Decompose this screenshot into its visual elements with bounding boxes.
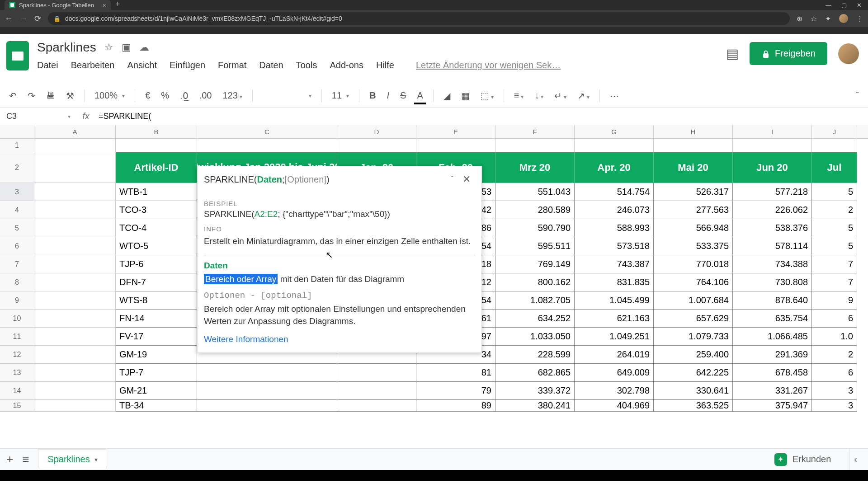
cell[interactable]: 657.629 [654, 310, 733, 328]
zoom-select[interactable]: 100% [92, 89, 127, 103]
cell[interactable]: 578.114 [733, 237, 812, 255]
cell[interactable]: 3 [812, 382, 857, 400]
cell[interactable]: 770.018 [654, 255, 733, 273]
col-header-b[interactable]: B [116, 125, 197, 138]
menu-icon[interactable]: ⋮ [856, 14, 863, 23]
cell[interactable]: 1.033.050 [495, 328, 575, 346]
close-tab-icon[interactable]: × [102, 1, 106, 9]
menu-hilfe[interactable]: Hilfe [376, 60, 394, 70]
cell[interactable]: WTO-5 [116, 237, 197, 255]
cell[interactable] [337, 364, 416, 382]
strikethrough-button[interactable]: S [397, 89, 409, 103]
cell[interactable]: 1.0 [812, 328, 857, 346]
cell[interactable]: 621.163 [575, 310, 654, 328]
cell[interactable]: 246.073 [575, 201, 654, 219]
menu-einfuegen[interactable]: Einfügen [170, 60, 205, 70]
comments-icon[interactable]: ▤ [726, 46, 739, 61]
cell[interactable]: FV-17 [116, 328, 197, 346]
cell[interactable]: 89 [416, 400, 495, 412]
collapse-sidebar-button[interactable]: ‹ [849, 449, 862, 470]
cell-b3[interactable]: WTB-1 [116, 183, 197, 201]
cell[interactable]: 2 [812, 346, 857, 364]
cell-j3[interactable]: 5 [812, 183, 857, 201]
star-icon[interactable]: ☆ [104, 42, 113, 53]
text-color-button[interactable]: A [414, 89, 425, 103]
cell-f3[interactable]: 551.043 [495, 183, 575, 201]
cell[interactable]: 649.009 [575, 364, 654, 382]
popup-more-info-link[interactable]: Weitere Informationen [204, 334, 475, 344]
select-all-corner[interactable] [0, 125, 34, 138]
cell[interactable]: 9 [812, 291, 857, 310]
percent-button[interactable]: % [158, 89, 172, 103]
row-header[interactable]: 3 [0, 183, 34, 201]
cell[interactable]: TB-34 [116, 400, 197, 412]
cell[interactable]: 375.947 [733, 400, 812, 412]
profile-avatar-small[interactable] [839, 14, 848, 23]
font-size-select[interactable]: 11 [329, 89, 352, 103]
row-header[interactable]: 10 [0, 310, 34, 328]
url-field[interactable]: 🔒 docs.google.com/spreadsheets/d/1njlwCa… [48, 12, 790, 25]
cell[interactable]: 6 [812, 364, 857, 382]
last-edit-status[interactable]: Letzte Änderung vor wenigen Sek… [416, 60, 561, 70]
menu-tools[interactable]: Tools [296, 60, 317, 70]
extensions-icon[interactable]: ✦ [825, 14, 831, 23]
cell-i3[interactable]: 577.218 [733, 183, 812, 201]
col-header-f[interactable]: F [495, 125, 575, 138]
cell[interactable]: 5 [812, 219, 857, 237]
cell[interactable]: 339.372 [495, 382, 575, 400]
merge-button[interactable]: ⬚ [478, 89, 496, 103]
cell[interactable]: 5 [812, 237, 857, 255]
row-header[interactable]: 15 [0, 400, 34, 412]
valign-button[interactable]: ↓ [532, 89, 546, 103]
undo-button[interactable]: ↶ [6, 89, 19, 103]
row-header[interactable]: 9 [0, 291, 34, 310]
cell[interactable]: 1.082.705 [495, 291, 575, 310]
menu-addons[interactable]: Add-ons [330, 60, 363, 70]
cell[interactable]: GM-21 [116, 382, 197, 400]
cell[interactable]: 573.518 [575, 237, 654, 255]
cell[interactable]: 291.369 [733, 346, 812, 364]
row-header[interactable]: 14 [0, 382, 34, 400]
menu-datei[interactable]: Datei [37, 60, 58, 70]
cell[interactable] [337, 400, 416, 412]
col-header-a[interactable]: A [34, 125, 116, 138]
cell[interactable]: 734.388 [733, 255, 812, 273]
bookmark-icon[interactable]: ☆ [811, 14, 817, 23]
account-avatar[interactable] [838, 43, 859, 64]
col-header-j[interactable]: J [812, 125, 857, 138]
back-button[interactable]: ← [5, 14, 13, 23]
row-header[interactable]: 12 [0, 346, 34, 364]
cell[interactable]: 831.835 [575, 273, 654, 291]
cell[interactable]: FN-14 [116, 310, 197, 328]
popup-close-icon[interactable]: ✕ [458, 172, 475, 187]
cell[interactable]: 588.993 [575, 219, 654, 237]
cell[interactable]: 330.641 [654, 382, 733, 400]
cell[interactable]: 1.066.485 [733, 328, 812, 346]
bold-button[interactable]: B [367, 89, 378, 103]
cloud-icon[interactable]: ☁ [139, 42, 149, 53]
print-button[interactable]: 🖶 [43, 89, 58, 103]
all-sheets-button[interactable]: ≡ [22, 452, 29, 466]
menu-ansicht[interactable]: Ansicht [127, 60, 157, 70]
cell[interactable] [337, 382, 416, 400]
minimize-icon[interactable]: — [826, 2, 831, 9]
currency-button[interactable]: € [142, 89, 153, 103]
cell[interactable]: 800.162 [495, 273, 575, 291]
col-header-g[interactable]: G [575, 125, 654, 138]
rotate-button[interactable]: ↗ [575, 89, 592, 103]
cell[interactable]: 331.267 [733, 382, 812, 400]
add-sheet-button[interactable]: + [6, 452, 13, 466]
cell[interactable]: 226.062 [733, 201, 812, 219]
cell[interactable]: 280.589 [495, 201, 575, 219]
row-header[interactable]: 11 [0, 328, 34, 346]
cell[interactable]: 533.375 [654, 237, 733, 255]
cell[interactable]: 264.019 [575, 346, 654, 364]
row-header[interactable]: 5 [0, 219, 34, 237]
cell-g3[interactable]: 514.754 [575, 183, 654, 201]
cell[interactable]: 228.599 [495, 346, 575, 364]
row-header[interactable]: 13 [0, 364, 34, 382]
cell[interactable]: 259.400 [654, 346, 733, 364]
cell[interactable]: 682.865 [495, 364, 575, 382]
cell[interactable]: 2 [812, 201, 857, 219]
collapse-toolbar-button[interactable]: ˆ [853, 89, 862, 103]
